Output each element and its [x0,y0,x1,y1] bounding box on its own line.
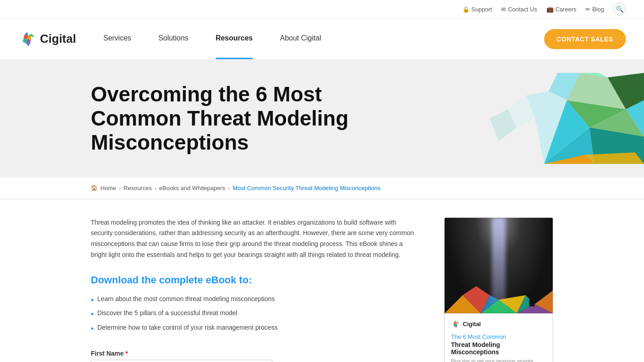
book-card: Cigital The 6 Most Common Threat Modelin… [444,217,553,362]
svg-marker-38 [455,327,457,328]
book-logo: Cigital [451,320,546,329]
search-button[interactable]: 🔍 [613,3,626,15]
book-logo-icon [451,320,460,329]
bullet-item-2: Discover the 5 pillars of a successful t… [91,307,417,322]
first-name-input[interactable] [91,360,272,362]
main-navigation: Cigital Services Solutions Resources Abo… [0,19,644,60]
top-utility-bar: 🔒 Support ✉ Contact Us 💼 Careers ✏ Blog … [0,0,644,19]
blog-label: Blog [592,6,604,13]
pencil-icon: ✏ [585,6,590,13]
hero-title: Overcoming the 6 Most Common Threat Mode… [91,82,409,155]
breadcrumb-ebooks[interactable]: eBooks and Whitepapers [159,185,225,191]
logo-icon [18,30,36,48]
contact-us-label: Contact Us [508,6,537,13]
breadcrumb-sep-1: › [119,185,121,191]
search-icon: 🔍 [616,5,624,13]
nav-solutions[interactable]: Solutions [159,34,188,44]
book-title-line2: Threat Modeling Misconceptions [451,341,546,356]
content-right: Cigital The 6 Most Common Threat Modelin… [444,217,553,362]
contact-us-link[interactable]: ✉ Contact Us [501,6,537,13]
breadcrumb-resources[interactable]: Resources [124,185,152,191]
hero-decoration [453,60,644,177]
first-name-label: First Name * [91,350,417,357]
book-title-line1: The 6 Most Common [451,333,546,340]
logo-link[interactable]: Cigital [18,30,76,48]
content-left: Threat modeling promotes the idea of thi… [91,217,417,362]
breadcrumb-sep-3: › [228,185,230,191]
careers-link[interactable]: 💼 Careers [546,6,576,13]
bullet-list: Learn about the most common threat model… [91,293,417,336]
hero-section: Overcoming the 6 Most Common Threat Mode… [0,60,644,177]
required-indicator: * [125,350,128,357]
book-info: Cigital The 6 Most Common Threat Modelin… [445,313,553,362]
logo-text: Cigital [40,32,76,46]
home-icon: 🏠 [91,185,98,191]
nav-about[interactable]: About Cigital [280,34,321,44]
cave-background [445,218,553,313]
nav-services[interactable]: Services [103,34,131,44]
body-text: Threat modeling promotes the idea of thi… [91,217,417,261]
briefcase-icon: 💼 [546,6,554,13]
bullet-item-1: Learn about the most common threat model… [91,293,417,307]
breadcrumb-current: Most Common Security Threat Modeling Mis… [233,185,381,191]
bullet-item-3: Determine how to take control of your ri… [91,322,417,336]
download-heading: Download the complete eBook to: [91,274,417,286]
breadcrumb-home[interactable]: Home [100,185,116,191]
support-link[interactable]: 🔒 Support [462,6,492,13]
support-label: Support [471,6,492,13]
first-name-field: First Name * [91,350,417,362]
cover-triangles [445,277,553,313]
mail-icon: ✉ [501,6,506,13]
book-subtitle: Plus tips to get your bearings straight [451,358,546,362]
contact-sales-button[interactable]: CONTACT SALES [544,29,626,49]
lock-icon: 🔒 [462,6,470,13]
breadcrumb: 🏠 Home › Resources › eBooks and Whitepap… [0,177,644,199]
book-cover-image [445,218,553,313]
nav-resources[interactable]: Resources [216,34,253,44]
main-content: Threat modeling promotes the idea of thi… [0,199,644,362]
book-logo-text: Cigital [463,321,481,327]
blog-link[interactable]: ✏ Blog [585,6,604,13]
careers-label: Careers [555,6,576,13]
breadcrumb-sep-2: › [154,185,156,191]
svg-marker-7 [26,44,30,46]
nav-links: Services Solutions Resources About Cigit… [103,34,544,44]
